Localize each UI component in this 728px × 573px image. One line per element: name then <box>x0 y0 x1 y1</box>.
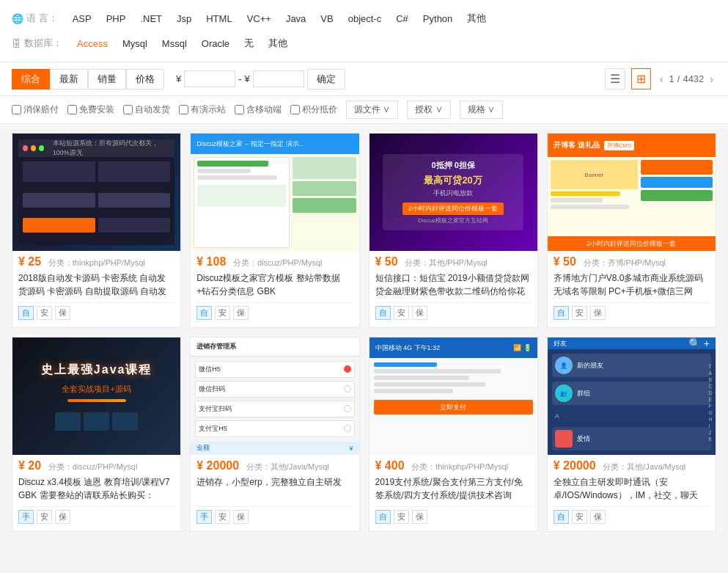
product-title-4: 齐博地方门户V8.0多城市商业系统源码 无域名等限制 PC+手机板+微信三网 <box>554 271 710 298</box>
product-title-7: 2019支付系统/聚合支付第三方支付/免签系统/四方支付系统/提供技术咨询 <box>375 475 532 502</box>
grid-view-button[interactable]: ⊞ <box>631 68 651 90</box>
db-label: 🗄 数据库： <box>12 37 62 50</box>
lang-other[interactable]: 其他 <box>461 10 492 26</box>
product-title-5: Discuz x3.4模板 迪恩 教育培训/课程V7 GBK 需要整站的请联系站… <box>18 475 174 502</box>
check-mobile[interactable]: 含移动端 <box>235 103 282 116</box>
lang-html[interactable]: HTML <box>200 12 238 26</box>
price-symbol-1: ¥ <box>176 73 181 84</box>
product-price-2: ¥ 108 <box>196 255 226 268</box>
lang-php[interactable]: PHP <box>100 12 132 26</box>
lang-python[interactable]: Python <box>417 12 458 26</box>
view-controls: ☰ ⊞ ‹ 1 / 4432 › <box>605 68 716 90</box>
db-oracle[interactable]: Oracle <box>196 37 235 51</box>
product-category-2: 分类：discuz/PHP/Mysql <box>233 258 323 267</box>
check-free-install[interactable]: 免费安装 <box>67 103 114 116</box>
check-refund[interactable]: 消保赔付 <box>12 103 59 116</box>
lang-jsp[interactable]: Jsp <box>171 12 197 26</box>
list-view-button[interactable]: ☰ <box>605 68 625 90</box>
product-card-5[interactable]: 史上最强Java课程 全套实战项目+源码 ¥ 20 分类：discuz/PHP/… <box>12 337 181 532</box>
tag-auto-6: 安 <box>215 510 230 524</box>
search-sort-bar: 综合 最新 销量 价格 ¥ - ¥ 确定 ☰ ⊞ ‹ 1 / 4432 › <box>0 62 728 96</box>
source-file-dropdown[interactable]: 源文件 ∨ <box>346 101 398 119</box>
tag-security-8: 保 <box>590 510 606 524</box>
price-max-input[interactable] <box>253 70 304 87</box>
check-points[interactable]: 积分抵价 <box>290 103 337 116</box>
tag-auto-4: 安 <box>572 306 587 320</box>
license-dropdown[interactable]: 授权 ∨ <box>407 101 450 119</box>
lang-java[interactable]: Java <box>280 12 312 26</box>
product-category-8: 分类：其他/Java/Mysql <box>603 462 685 471</box>
price-confirm-button[interactable]: 确定 <box>307 69 345 90</box>
tab-comprehensive[interactable]: 综合 <box>12 69 50 90</box>
product-tags-2: 自 安 保 <box>196 302 353 323</box>
tag-security-1: 保 <box>55 306 70 320</box>
product-info-1: ¥ 25 分类：thinkphp/PHP/Mysql 2018版自动发卡源码 卡… <box>12 251 180 327</box>
checkbox-refund[interactable] <box>12 105 21 114</box>
tag-security-5: 保 <box>55 510 70 524</box>
product-card-4[interactable]: 开博客 送礼品 齐博CMS Banner <box>547 133 716 328</box>
checkbox-points[interactable] <box>290 105 300 114</box>
product-price-6: ¥ 20000 <box>196 459 239 472</box>
tag-security-3: 保 <box>412 306 427 320</box>
product-card-7[interactable]: 中国移动 4G 下午1:32 📶 🔋 立即支付 ¥ 400 分 <box>369 337 538 532</box>
tag-auto-5: 安 <box>37 510 52 524</box>
tag-hand-6: 手 <box>196 510 212 524</box>
check-auto-delivery[interactable]: 自动发货 <box>123 103 170 116</box>
checkbox-auto-delivery[interactable] <box>123 105 133 114</box>
product-title-6: 进销存，小型erp，完整独立自主研发 <box>196 475 353 502</box>
product-tags-3: 自 安 保 <box>375 302 532 323</box>
prev-page-button[interactable]: ‹ <box>657 73 666 85</box>
product-price-8: ¥ 20000 <box>554 459 596 472</box>
tag-auto-3: 安 <box>394 306 409 320</box>
product-info-8: ¥ 20000 分类：其他/Java/Mysql 全独立自主研发即时通讯（安卓/… <box>548 455 716 531</box>
tab-price[interactable]: 价格 <box>126 69 164 90</box>
checkbox-demo[interactable] <box>179 105 188 114</box>
db-mysql[interactable]: Mysql <box>117 37 153 51</box>
db-none[interactable]: 无 <box>238 35 260 51</box>
product-card-6[interactable]: 进销存管理系 微信H5 微信扫码 支付宝扫码 <box>190 337 359 532</box>
lang-dotnet[interactable]: .NET <box>134 12 168 26</box>
filter-checks-bar: 消保赔付 免费安装 自动发货 有演示站 含移动端 积分抵价 源文件 ∨ 授权 ∨… <box>0 96 728 124</box>
checkbox-mobile[interactable] <box>235 105 244 114</box>
tag-security-7: 保 <box>412 510 427 524</box>
tab-newest[interactable]: 最新 <box>50 69 88 90</box>
price-dash: - <box>238 73 241 84</box>
db-mssql[interactable]: Mssql <box>156 37 193 51</box>
tag-install-8: 安 <box>572 510 587 524</box>
tab-sales[interactable]: 销量 <box>88 69 126 90</box>
db-other[interactable]: 其他 <box>262 35 293 51</box>
product-card-1[interactable]: 本站短源系统：所有源码代次都关，100%原无 ¥ 25 分类：thinkphp/ <box>12 133 181 328</box>
product-title-1: 2018版自动发卡源码 卡密系统 自动发货源码 卡密源码 自助提取源码 自动发卡 <box>18 271 174 298</box>
lang-objc[interactable]: object-c <box>342 12 388 26</box>
product-price-7: ¥ 400 <box>375 459 405 472</box>
db-access[interactable]: Access <box>71 37 114 51</box>
tag-blue-3: 自 <box>375 306 391 320</box>
next-page-button[interactable]: › <box>707 73 716 85</box>
tag-auto-icon-7: 自 <box>375 510 391 524</box>
product-card-8[interactable]: 好友 🔍 + 👤 新的朋友 👥 <box>547 337 716 532</box>
check-demo[interactable]: 有演示站 <box>179 103 226 116</box>
lang-vcpp[interactable]: VC++ <box>241 12 277 26</box>
spec-dropdown[interactable]: 规格 ∨ <box>460 101 503 119</box>
product-card-2[interactable]: Discuz模板之家 -- 指定一指定 演示... <box>190 133 359 328</box>
tag-blue-4: 自 <box>554 306 569 320</box>
product-category-6: 分类：其他/Java/Mysql <box>246 462 329 471</box>
product-card-3[interactable]: 0抵押 0担保 最高可贷20万 手机闪电放款 2小时内好评送同位价模板一套 Di… <box>369 133 538 328</box>
product-category-3: 分类：其他/PHP/Mysql <box>405 258 487 267</box>
product-title-8: 全独立自主研发即时通讯（安卓/IOS/Windows），IM，社交，聊天 <box>554 475 710 502</box>
price-min-input[interactable] <box>184 70 235 87</box>
product-tags-7: 自 安 保 <box>375 506 532 527</box>
tag-auto-icon-8: 自 <box>554 510 569 524</box>
lang-vb[interactable]: VB <box>315 12 339 26</box>
product-title-2: Discuz模板之家官方模板 整站带数据+钻石分类信息 GBK <box>196 271 353 298</box>
product-tags-5: 手 安 保 <box>18 506 174 527</box>
checkbox-free-install[interactable] <box>67 105 77 114</box>
current-page: 1 <box>669 73 674 84</box>
total-pages: 4432 <box>683 73 704 84</box>
product-title-3: 短信接口：短信宝 2019小额借贷贷款网贷金融理财紫色带收款二维码仿给你花 <box>375 271 532 298</box>
product-info-5: ¥ 20 分类：discuz/PHP/Mysql Discuz x3.4模板 迪… <box>12 455 180 531</box>
lang-csharp[interactable]: C# <box>390 12 414 26</box>
product-price-4: ¥ 50 <box>554 255 576 268</box>
product-info-4: ¥ 50 分类：齐博/PHP/Mysql 齐博地方门户V8.0多城市商业系统源码… <box>548 251 716 327</box>
lang-asp[interactable]: ASP <box>67 12 98 26</box>
